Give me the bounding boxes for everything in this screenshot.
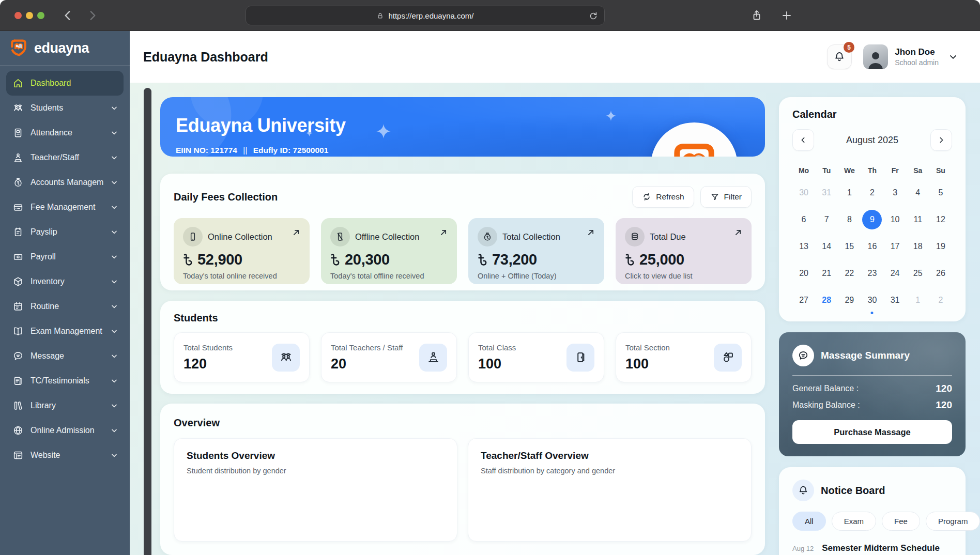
massage-summary-card: Massage Summary General Balance : 120 Ma… xyxy=(779,332,966,456)
taka-currency-icon xyxy=(478,253,487,266)
calendar-day[interactable]: 1 xyxy=(839,183,859,203)
sidebar-item[interactable]: Fee Management xyxy=(6,195,124,220)
back-button[interactable] xyxy=(61,9,74,22)
fee-amount: 52,900 xyxy=(197,251,242,268)
page-title: Eduayna Dashboard xyxy=(143,50,827,65)
calendar-day[interactable]: 28 xyxy=(817,290,836,310)
forward-button[interactable] xyxy=(86,9,99,22)
top-bar: Eduayna Dashboard 5 Jhon Doe School admi… xyxy=(130,31,980,83)
sidebar-item[interactable]: Students xyxy=(6,96,124,120)
share-icon[interactable] xyxy=(751,9,763,22)
sidebar-item[interactable]: Teacher/Staff xyxy=(6,145,124,170)
sidebar-item[interactable]: Library xyxy=(6,393,124,418)
notice-item[interactable]: Aug 12 Semester Midterm Schedule xyxy=(792,543,952,553)
new-tab-icon[interactable] xyxy=(780,9,793,22)
stat-cards-row: Total Students 120 Total Teachers / Staf… xyxy=(174,332,752,382)
calendar-day[interactable]: 1 xyxy=(908,290,928,310)
calendar-day[interactable]: 3 xyxy=(885,183,905,203)
calendar-day[interactable]: 9 xyxy=(862,210,882,229)
sidebar-item[interactable]: Website xyxy=(6,443,124,468)
sidebar-item[interactable]: Accounts Management xyxy=(6,170,124,195)
maximize-window-button[interactable] xyxy=(37,12,44,19)
calendar-day[interactable]: 10 xyxy=(885,210,905,229)
sidebar-item[interactable]: Inventory xyxy=(6,269,124,294)
calendar-day[interactable]: 16 xyxy=(862,237,882,256)
url-text: https://erp.eduayna.com/ xyxy=(388,11,473,20)
arrow-up-right-icon[interactable] xyxy=(586,227,596,238)
address-bar[interactable]: https://erp.eduayna.com/ xyxy=(246,6,605,25)
sidebar-item[interactable]: TC/Testimonials xyxy=(6,368,124,393)
calendar-day[interactable]: 24 xyxy=(885,264,905,283)
daily-fees-title: Daily Fees Collection xyxy=(174,191,626,203)
fee-card[interactable]: Online Collection xyxy=(174,218,310,284)
calendar-day[interactable]: 31 xyxy=(817,183,836,203)
calendar-next-button[interactable] xyxy=(930,129,952,151)
minimize-window-button[interactable] xyxy=(26,12,33,19)
calendar-month-label: August 2025 xyxy=(814,135,930,146)
accounts-icon xyxy=(12,177,24,188)
calendar-day[interactable]: 22 xyxy=(839,264,859,283)
calendar-weekdays: Mo Tu We Th Fr Sa xyxy=(792,166,952,175)
scrollbar-thumb[interactable] xyxy=(144,88,151,555)
calendar-day[interactable]: 15 xyxy=(839,237,859,256)
purchase-massage-button[interactable]: Purchase Massage xyxy=(792,420,952,444)
calendar-day[interactable]: 26 xyxy=(931,264,951,283)
calendar-day[interactable]: 6 xyxy=(794,210,814,229)
sidebar-item[interactable]: Message xyxy=(6,344,124,368)
sidebar-item[interactable]: Payroll xyxy=(6,244,124,269)
notice-filter-pill[interactable]: Program xyxy=(926,512,980,531)
sidebar-item[interactable]: Payslip xyxy=(6,220,124,244)
calendar-day[interactable]: 17 xyxy=(885,237,905,256)
fee-card[interactable]: Offline Collection xyxy=(321,218,457,284)
calendar-prev-button[interactable] xyxy=(792,129,814,151)
calendar-day[interactable]: 31 xyxy=(885,290,905,310)
calendar-day[interactable]: 27 xyxy=(794,290,814,310)
calendar-day[interactable]: 29 xyxy=(839,290,859,310)
notice-filter-pill[interactable]: Exam xyxy=(832,512,876,531)
weekday-label: Sa xyxy=(907,166,929,175)
chevron-right-icon xyxy=(937,136,945,144)
sidebar-item[interactable]: Dashboard xyxy=(6,71,124,96)
calendar-day[interactable]: 12 xyxy=(931,210,951,229)
user-avatar[interactable] xyxy=(863,44,888,69)
calendar-day[interactable]: 7 xyxy=(817,210,836,229)
user-menu[interactable]: Jhon Doe School admin xyxy=(895,47,939,67)
calendar-day[interactable]: 14 xyxy=(817,237,836,256)
close-window-button[interactable] xyxy=(14,12,22,19)
notifications-button[interactable]: 5 xyxy=(827,44,852,69)
notice-filter-pill[interactable]: Fee xyxy=(882,512,920,531)
chevron-down-icon[interactable] xyxy=(948,52,958,62)
sidebar-item[interactable]: Attendance xyxy=(6,120,124,145)
chevron-down-icon xyxy=(110,104,118,112)
calendar-day[interactable]: 30 xyxy=(862,290,882,310)
notification-badge: 5 xyxy=(844,42,854,53)
calendar-day[interactable]: 30 xyxy=(794,183,814,203)
calendar-day[interactable]: 5 xyxy=(931,183,951,203)
calendar-day[interactable]: 25 xyxy=(908,264,928,283)
inventory-icon xyxy=(12,276,24,287)
calendar-day[interactable]: 20 xyxy=(794,264,814,283)
calendar-day[interactable]: 2 xyxy=(862,183,882,203)
sidebar-item[interactable]: Online Admission xyxy=(6,418,124,443)
reload-icon[interactable] xyxy=(588,11,598,21)
filter-button[interactable]: Filter xyxy=(700,186,752,208)
sidebar-item[interactable]: Exam Management xyxy=(6,319,124,344)
fee-card[interactable]: Total Due 25,000 xyxy=(616,218,752,284)
calendar-day[interactable]: 11 xyxy=(908,210,928,229)
arrow-up-right-icon[interactable] xyxy=(291,227,301,238)
calendar-day[interactable]: 21 xyxy=(817,264,836,283)
arrow-up-right-icon[interactable] xyxy=(733,227,743,238)
fee-card[interactable]: Total Collection 7 xyxy=(468,218,604,284)
arrow-up-right-icon[interactable] xyxy=(438,227,449,238)
calendar-day[interactable]: 2 xyxy=(931,290,951,310)
notice-filter-pill[interactable]: All xyxy=(792,512,826,531)
refresh-button[interactable]: Refresh xyxy=(632,186,694,208)
calendar-day[interactable]: 4 xyxy=(908,183,928,203)
sidebar-item[interactable]: Routine xyxy=(6,294,124,319)
main-column: Eduayna University EIIN NO: 121774 || Ed… xyxy=(160,97,765,555)
calendar-day[interactable]: 18 xyxy=(908,237,928,256)
calendar-day[interactable]: 23 xyxy=(862,264,882,283)
calendar-day[interactable]: 19 xyxy=(931,237,951,256)
calendar-day[interactable]: 13 xyxy=(794,237,814,256)
calendar-day[interactable]: 8 xyxy=(839,210,859,229)
